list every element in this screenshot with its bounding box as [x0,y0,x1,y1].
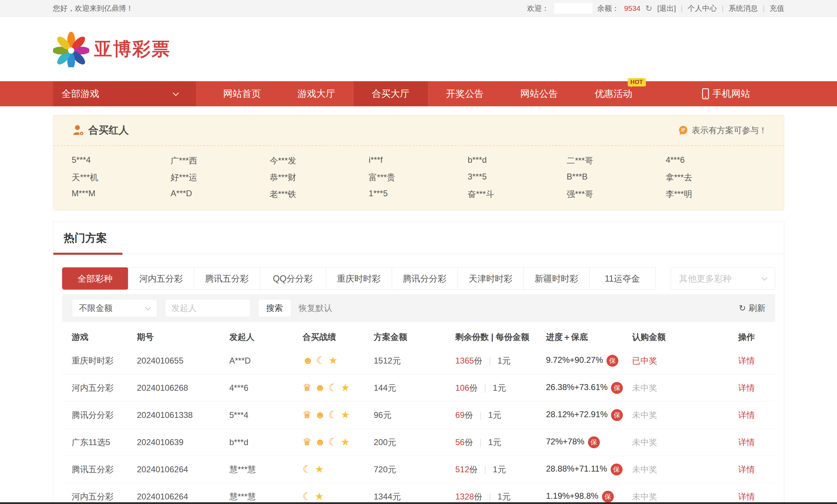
record-badges: ☾★ [303,464,374,474]
table-row: 河内五分彩20240106264慧***慧☾★1344元1328份｜1元1.19… [62,483,775,504]
initiator-search-input[interactable] [165,299,250,317]
tab-腾讯五分彩[interactable]: 腾讯五分彩 [194,267,260,290]
tab-河内五分彩[interactable]: 河内五分彩 [128,267,194,290]
cobuy-user[interactable]: 5***4 [72,155,171,166]
nav-item-网站首页[interactable]: 网站首页 [205,81,279,106]
logout-link[interactable]: [退出] [657,3,676,13]
cobuy-user[interactable]: 今***发 [270,155,369,166]
detail-link[interactable]: 详情 [738,465,755,474]
cobuy-user[interactable]: 好***运 [171,172,270,183]
nav-item-优惠活动[interactable]: 优惠活动HOT [576,81,651,106]
cobuy-user[interactable]: 李***明 [666,189,765,200]
column-header: 认购金额 [632,331,721,343]
cobuy-user[interactable]: 老***铁 [270,189,369,200]
cobuy-user[interactable]: 3***5 [468,172,567,183]
cobuy-panel: 合买红人 表示有方案可参与！ 5***4广***西今***发i***fb***d… [53,115,784,211]
purchase-status-cell: 未中奖 [632,382,721,394]
detail-link[interactable]: 详情 [738,356,755,365]
cobuy-user[interactable]: 奋***斗 [468,189,567,200]
cobuy-user[interactable]: 4***6 [666,155,765,166]
moon-badge-icon: ☾ [329,437,338,447]
record-badges: ☻☾★ [303,356,374,366]
site-logo[interactable]: 亚博彩票 [53,31,171,67]
progress-cell: 28.88%+71.11%保 [546,464,632,475]
topbar: 您好，欢迎来到亿鼎博！ 欢迎： 余额： 9534 ↻ [退出] | 个人中心 |… [0,0,837,17]
tab-新疆时时彩[interactable]: 新疆时时彩 [523,267,590,290]
tab-全部彩种[interactable]: 全部彩种 [62,267,128,290]
nav-item-开奖公告[interactable]: 开奖公告 [428,81,502,106]
moon-badge-icon: ☾ [303,464,312,474]
nav-item-label: 手机网站 [712,87,750,100]
tab-天津时时彩[interactable]: 天津时时彩 [458,267,524,290]
column-header: 进度＋保底 [546,331,632,343]
detail-link[interactable]: 详情 [738,383,755,392]
moon-badge-icon: ☾ [303,491,312,502]
nav-item-手机网站[interactable]: 手机网站 [689,81,763,106]
cobuy-user[interactable]: 二***哥 [567,155,666,166]
search-button[interactable]: 搜索 [258,299,291,317]
star-badge-icon: ★ [315,491,324,502]
chevron-down-icon [761,275,767,281]
more-lotteries-label: 其他更多彩种 [679,273,732,284]
welcome-username-box[interactable] [554,3,593,14]
nav-item-label: 网站首页 [223,87,261,100]
cobuy-user[interactable]: 1***5 [369,189,468,200]
detail-link[interactable]: 详情 [738,437,755,447]
cobuy-user[interactable]: 恭***财 [270,172,369,183]
star-badge-icon: ★ [341,437,350,447]
balance-refresh-icon[interactable]: ↻ [645,3,652,13]
moon-badge-icon: ☾ [329,383,338,393]
user-center-link[interactable]: 个人中心 [688,3,717,13]
refresh-label: 刷新 [749,303,766,314]
cobuy-user[interactable]: M***M [72,189,171,200]
cobuy-user[interactable]: 广***西 [171,155,270,166]
refresh-button[interactable]: ↻ 刷新 [739,303,765,314]
cobuy-user[interactable]: A***D [171,189,270,200]
amount-filter-select[interactable]: 不限金额 [72,299,157,317]
initiator-cell: 慧***慧 [229,464,303,475]
table-row: 广东11选52024010639b***d♛☻☾★200元56份｜1元72%+7… [62,429,775,456]
balance-value: 9534 [624,4,641,13]
amount-cell: 1344元 [374,491,455,502]
progress-cell: 9.72%+90.27%保 [546,355,632,367]
detail-link[interactable]: 详情 [738,492,755,501]
all-games-dropdown[interactable]: 全部游戏 [53,81,196,106]
nav-item-网站公告[interactable]: 网站公告 [502,81,576,106]
tab-重庆时时彩[interactable]: 重庆时时彩 [326,267,392,290]
shares-cell: 56份｜1元 [455,437,546,448]
cobuy-user[interactable]: 拿***去 [666,172,765,183]
progress-cell: 26.38%+73.61%保 [546,382,632,394]
tab-11运夺金[interactable]: 11运夺金 [589,267,656,290]
cobuy-user[interactable]: 富***贵 [369,172,468,183]
cobuy-user[interactable]: b***d [468,155,567,166]
cobuy-title: 合买红人 [89,123,129,137]
system-messages-link[interactable]: 系统消息 [729,3,758,13]
shares-cell: 512份｜1元 [455,464,546,475]
amount-cell: 96元 [374,410,455,421]
cobuy-user[interactable]: B***B [567,172,666,183]
cobuy-user[interactable]: 强***哥 [567,189,666,200]
detail-link[interactable]: 详情 [738,410,755,420]
chevron-down-icon [173,90,179,96]
reset-defaults-link[interactable]: 恢复默认 [299,303,332,314]
purchase-status-cell: 未中奖 [632,491,721,502]
issue-cell: 20240106264 [137,465,229,474]
shares-cell: 1365份｜1元 [455,355,546,366]
welcome-label: 欢迎： [527,3,549,13]
tab-QQ分分彩[interactable]: QQ分分彩 [260,267,326,290]
cobuy-user[interactable]: i***f [369,155,468,166]
tab-腾讯分分彩[interactable]: 腾讯分分彩 [392,267,458,290]
cobuy-user[interactable]: 天***机 [72,172,171,183]
star-badge-icon: ★ [315,464,324,474]
nav-item-游戏大厅[interactable]: 游戏大厅 [279,81,354,106]
purchase-status-cell: 未中奖 [632,437,721,448]
recharge-link[interactable]: 充值 [770,3,784,13]
star-badge-icon: ★ [329,356,338,366]
column-header: 游戏 [62,331,137,343]
chat-bubble-icon [678,125,688,136]
divider: | [763,4,764,13]
progress-cell: 1.19%+98.8%保 [546,491,632,503]
more-lotteries-select[interactable]: 其他更多彩种 [671,267,775,290]
lottery-tabs: 全部彩种河内五分彩腾讯五分彩QQ分分彩重庆时时彩腾讯分分彩天津时时彩新疆时时彩1… [62,267,775,290]
nav-item-合买大厅[interactable]: 合买大厅 [354,81,428,106]
